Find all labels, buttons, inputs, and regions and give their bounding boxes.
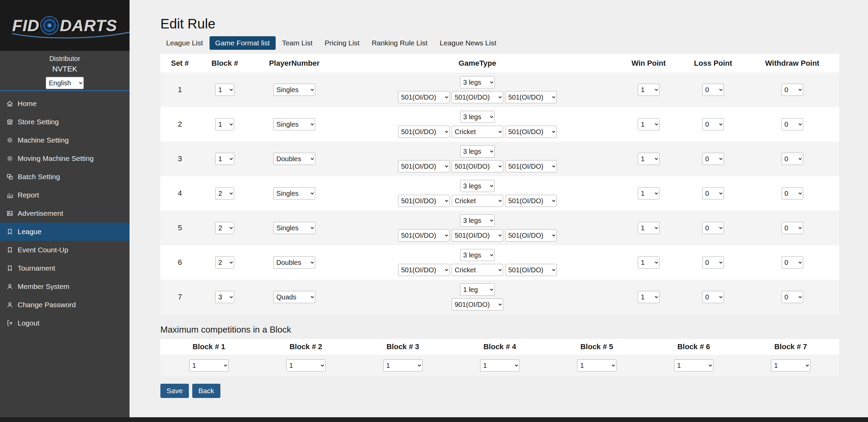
win-point-select[interactable]: 1 [638,222,659,234]
tab-ranking-rule-list[interactable]: Ranking Rule List [366,36,433,50]
block-select[interactable]: 3 [215,291,234,303]
max-block-4-select[interactable]: 1 [480,359,519,372]
player-number-select[interactable]: Doubles [273,256,315,269]
format-row-2: 2 1 Singles 3 legs 501(OI/DO) Cricket 50… [160,107,839,142]
set-number: 4 [178,189,182,197]
legs-select[interactable]: 3 legs [460,76,495,88]
format-table-rows: 1 1 Singles 3 legs 501(OI/DO) 501(OI/DO)… [160,72,839,314]
sidebar-item-machine-setting[interactable]: Machine Setting [0,131,130,149]
legs-select[interactable]: 1 leg [460,283,495,296]
tab-pricing-list[interactable]: Pricing List [319,36,366,50]
player-number-select[interactable]: Quads [273,291,315,303]
game2-select[interactable]: 501(OI/DO) [452,160,503,172]
tab-league-news-list[interactable]: League News List [434,36,502,50]
legs-select[interactable]: 3 legs [460,111,495,123]
legs-select[interactable]: 3 legs [460,145,495,157]
max-table-header: Block # 1 Block # 2 Block # 3 Block # 4 … [160,339,839,355]
header-player: PlayerNumber [250,59,338,68]
game2-select[interactable]: 501(OI/DO) [452,229,503,241]
legs-select[interactable]: 3 legs [460,214,495,227]
block-select[interactable]: 2 [215,222,234,234]
game1-select[interactable]: 501(OI/DO) [398,91,450,103]
block-select[interactable]: 2 [215,256,234,269]
sidebar-item-event-count-up[interactable]: Event Count-Up [0,241,130,259]
sidebar-item-label: Advertisement [18,209,63,217]
language-select[interactable]: English [46,77,84,89]
save-button[interactable]: Save [160,384,189,398]
game2-select[interactable]: 901(OI/DO) [452,298,503,311]
block-select[interactable]: 1 [215,153,234,165]
withdraw-point-select[interactable]: 0 [782,291,803,303]
game1-select[interactable]: 501(OI/DO) [398,126,450,138]
withdraw-point-select[interactable]: 0 [782,153,803,165]
player-number-select[interactable]: Singles [273,118,315,130]
block-select[interactable]: 2 [215,187,234,199]
block-select[interactable]: 1 [215,118,234,130]
win-point-select[interactable]: 1 [638,187,659,199]
legs-select[interactable]: 3 legs [460,180,495,192]
loss-point-select[interactable]: 0 [702,222,724,234]
loss-point-select[interactable]: 0 [702,291,724,303]
game3-select[interactable]: 501(OI/DO) [505,229,557,241]
player-number-select[interactable]: Doubles [273,153,315,165]
win-point-select[interactable]: 1 [638,153,659,165]
withdraw-point-select[interactable]: 0 [782,84,803,96]
max-block-1-select[interactable]: 1 [189,359,229,372]
sidebar-item-report[interactable]: Report [0,186,130,204]
withdraw-point-select[interactable]: 0 [782,187,803,199]
game3-select[interactable]: 501(OI/DO) [505,91,557,103]
player-number-select[interactable]: Singles [273,187,315,199]
player-number-select[interactable]: Singles [273,84,315,96]
block-select[interactable]: 1 [215,84,234,96]
sidebar-item-label: Logout [18,319,39,327]
loss-point-select[interactable]: 0 [702,118,724,130]
win-point-select[interactable]: 1 [638,84,659,96]
app-logo: FID DARTS [12,16,117,35]
game1-select[interactable]: 501(OI/DO) [398,264,450,276]
sidebar-item-advertisement[interactable]: Advertisement [0,204,130,223]
sidebar-item-moving-machine-setting[interactable]: Moving Machine Setting [0,149,130,168]
withdraw-point-select[interactable]: 0 [782,256,803,269]
sidebar-item-league[interactable]: League [0,223,130,241]
loss-point-select[interactable]: 0 [702,256,724,269]
win-point-select[interactable]: 1 [638,256,659,269]
game3-select[interactable]: 501(OI/DO) [505,160,557,172]
withdraw-point-select[interactable]: 0 [782,222,803,234]
loss-point-select[interactable]: 0 [702,153,724,165]
max-block-3-select[interactable]: 1 [383,359,422,372]
game2-select[interactable]: Cricket [452,264,503,276]
sidebar-item-home[interactable]: Home [0,94,130,113]
withdraw-point-select[interactable]: 0 [782,118,803,130]
sidebar-item-member-system[interactable]: Member System [0,277,130,296]
max-block-7-select[interactable]: 1 [771,359,810,372]
bar-chart-icon [6,191,14,199]
game2-select[interactable]: Cricket [452,195,503,207]
game3-select[interactable]: 501(OI/DO) [505,195,557,207]
player-number-select[interactable]: Singles [273,222,315,234]
sidebar-item-tournament[interactable]: Tournament [0,259,130,277]
loss-point-select[interactable]: 0 [702,187,724,199]
tab-game-format-list[interactable]: Game Format list [210,36,276,50]
max-block-6-select[interactable]: 1 [674,359,713,372]
back-button[interactable]: Back [192,384,220,398]
loss-point-select[interactable]: 0 [702,84,724,96]
sidebar-item-store-setting[interactable]: Store Setting [0,113,130,131]
win-point-select[interactable]: 1 [638,291,659,303]
game3-select[interactable]: 501(OI/DO) [505,126,557,138]
max-block-2-select[interactable]: 1 [286,359,326,372]
game1-select[interactable]: 501(OI/DO) [398,195,450,207]
game1-select[interactable]: 501(OI/DO) [398,229,450,241]
game2-select[interactable]: Cricket [452,126,503,138]
bookmark-icon [6,246,14,254]
game1-select[interactable]: 501(OI/DO) [398,160,450,172]
game2-select[interactable]: 501(OI/DO) [452,91,503,103]
sidebar-item-change-password[interactable]: Change Password [0,296,130,314]
tab-team-list[interactable]: Team List [276,36,318,50]
game3-select[interactable]: 501(OI/DO) [505,264,557,276]
sidebar-item-logout[interactable]: Logout [0,314,130,332]
legs-select[interactable]: 3 legs [460,249,495,261]
win-point-select[interactable]: 1 [638,118,659,130]
tab-league-list[interactable]: League List [160,36,209,50]
sidebar-item-batch-setting[interactable]: Batch Setting [0,168,130,186]
max-block-5-select[interactable]: 1 [577,359,616,372]
